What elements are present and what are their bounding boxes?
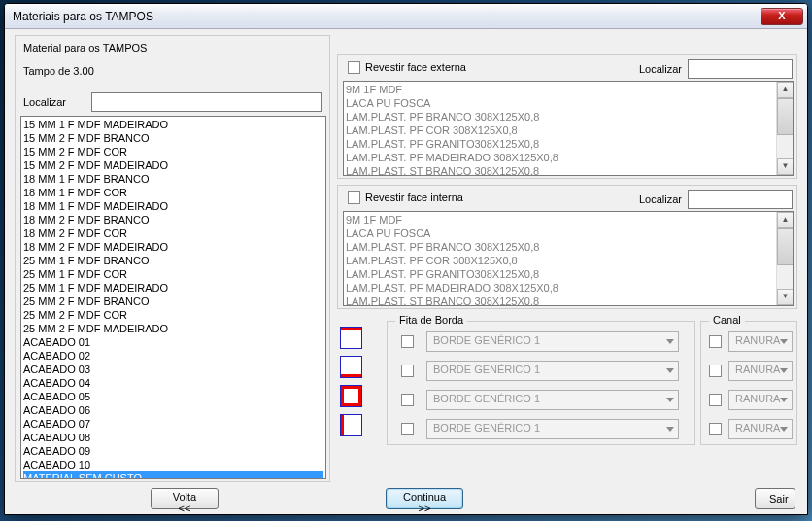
canal-checkbox[interactable] [709,394,722,406]
list-item[interactable]: LAM.PLAST. PF COR 308X125X0,8 [346,123,791,137]
fita-combo[interactable]: BORDE GENÉRICO 1 [426,390,679,410]
list-item[interactable]: LAM.PLAST. PF MADEIRADO 308X125X0,8 [346,281,791,295]
edge-swatch-left[interactable] [340,414,362,436]
list-item[interactable]: ACABADO 09 [23,444,323,458]
panel-fita-borda: Fita de Borda BORDE GENÉRICO 1BORDE GENÉ… [387,321,695,445]
list-item[interactable]: 15 MM 2 F MDF MADEIRADO [23,158,323,172]
localizar-input-ext[interactable] [688,59,793,79]
localizar-input-int[interactable] [688,190,793,209]
fita-checkbox[interactable] [401,394,414,406]
list-item[interactable]: ACABADO 07 [23,417,323,431]
list-item[interactable]: MATERIAL SEM CUSTO [23,471,323,479]
list-item[interactable]: 9M 1F MDF [346,83,791,96]
list-revestimento-interno[interactable]: 9M 1F MDFLACA PU FOSCALAM.PLAST. PF BRAN… [343,211,794,306]
label-revestir-externa: Revestir face externa [365,61,466,73]
list-item[interactable]: LACA PU FOSCA [346,226,791,240]
localizar-label-int: Localizar [639,193,682,205]
checkbox-revestir-interna[interactable] [348,191,360,204]
list-item[interactable]: 18 MM 2 F MDF MADEIRADO [23,240,323,254]
list-item[interactable]: LAM.PLAST. PF MADEIRADO 308X125X0,8 [346,151,791,164]
list-item[interactable]: LACA PU FOSCA [346,96,791,110]
list-item[interactable]: 15 MM 2 F MDF COR [23,145,323,158]
list-item[interactable]: ACABADO 04 [23,376,323,390]
edge-swatch-bottom[interactable] [340,356,362,378]
scrollbar-ext[interactable]: ▲ ▼ [776,82,793,175]
list-item[interactable]: 18 MM 1 F MDF COR [23,186,323,199]
list-item[interactable]: 25 MM 2 F MDF BRANCO [23,295,323,308]
tampo-label: Tampo de 3.00 [23,65,94,77]
sair-button[interactable]: Sair [755,488,795,509]
list-item[interactable]: ACABADO 08 [23,431,323,444]
scroll-up-icon[interactable]: ▲ [777,212,794,228]
label-revestir-interna: Revestir face interna [365,191,463,203]
list-revestimento-externo[interactable]: 9M 1F MDFLACA PU FOSCALAM.PLAST. PF BRAN… [343,81,794,176]
canal-combo[interactable]: RANURA [728,361,793,381]
scroll-thumb[interactable] [777,98,794,135]
fita-checkbox[interactable] [401,335,414,348]
list-item[interactable]: LAM.PLAST. ST BRANCO 308X125X0,8 [346,295,791,306]
fita-combo[interactable]: BORDE GENÉRICO 1 [426,331,679,352]
canal-checkbox[interactable] [709,335,722,348]
list-item[interactable]: ACABADO 02 [23,349,323,363]
checkbox-revestir-externa[interactable] [348,61,360,74]
canal-combo[interactable]: RANURA [728,390,793,410]
list-item[interactable]: 18 MM 2 F MDF BRANCO [23,213,323,226]
list-item[interactable]: LAM.PLAST. ST BRANCO 308X125X0,8 [346,164,791,176]
edge-swatch-all[interactable] [340,385,362,407]
edge-swatch-top[interactable] [340,327,362,349]
list-item[interactable]: 15 MM 1 F MDF MADEIRADO [23,118,323,131]
panel-canal: Canal RANURARANURARANURARANURA [700,321,797,445]
list-item[interactable]: ACABADO 01 [23,335,323,349]
continua-button[interactable]: Continua >> [386,488,463,509]
list-item[interactable]: ACABADO 03 [23,363,323,376]
list-item[interactable]: ACABADO 10 [23,458,323,471]
fita-combo[interactable]: BORDE GENÉRICO 1 [426,419,679,439]
materials-listbox[interactable]: 15 MM 1 F MDF MADEIRADO15 MM 2 F MDF BRA… [20,116,326,479]
dialog-body: Material para os TAMPOS Tampo de 3.00 Lo… [5,29,807,514]
canal-checkbox[interactable] [709,365,722,377]
titlebar[interactable]: Materiais para os TAMPOS X [5,4,807,29]
list-item[interactable]: ACABADO 05 [23,390,323,403]
list-item[interactable]: 25 MM 2 F MDF MADEIRADO [23,322,323,335]
list-item[interactable]: LAM.PLAST. PF GRANITO308X125X0,8 [346,267,791,281]
list-item[interactable]: 15 MM 2 F MDF BRANCO [23,131,323,145]
list-item[interactable]: 9M 1F MDF [346,213,791,226]
list-item[interactable]: LAM.PLAST. PF BRANCO 308X125X0,8 [346,110,791,123]
fita-checkbox[interactable] [401,423,414,435]
group-label-canal: Canal [709,314,745,326]
edge-thumbnails [340,327,384,445]
close-icon[interactable]: X [761,8,803,25]
list-item[interactable]: 18 MM 2 F MDF COR [23,226,323,240]
localizar-input-left[interactable] [91,92,322,112]
scroll-up-icon[interactable]: ▲ [777,82,794,98]
scroll-thumb[interactable] [777,228,794,265]
localizar-label-left: Localizar [23,96,66,108]
panel-revestimento-interno: Revestir face interna Localizar 9M 1F MD… [337,185,797,309]
localizar-label-ext: Localizar [639,63,682,75]
scrollbar-int[interactable]: ▲ ▼ [776,212,793,305]
fita-checkbox[interactable] [401,365,414,377]
list-item[interactable]: LAM.PLAST. PF COR 308X125X0,8 [346,254,791,267]
heading-material: Material para os TAMPOS [23,42,147,53]
panel-material: Material para os TAMPOS Tampo de 3.00 Lo… [15,35,330,482]
fita-combo[interactable]: BORDE GENÉRICO 1 [426,361,679,381]
list-item[interactable]: 25 MM 1 F MDF MADEIRADO [23,281,323,295]
group-label-fita: Fita de Borda [395,314,467,326]
list-item[interactable]: 25 MM 1 F MDF COR [23,267,323,281]
dialog-window: Materiais para os TAMPOS X Material para… [4,3,808,515]
panel-revestimento-externo: Revestir face externa Localizar 9M 1F MD… [337,54,797,179]
list-item[interactable]: 18 MM 1 F MDF MADEIRADO [23,199,323,213]
scroll-down-icon[interactable]: ▼ [777,158,794,175]
canal-checkbox[interactable] [709,423,722,435]
list-item[interactable]: LAM.PLAST. PF GRANITO308X125X0,8 [346,137,791,151]
list-item[interactable]: LAM.PLAST. PF BRANCO 308X125X0,8 [346,240,791,254]
canal-combo[interactable]: RANURA [728,331,793,352]
list-item[interactable]: 25 MM 2 F MDF COR [23,308,323,322]
canal-combo[interactable]: RANURA [728,419,793,439]
list-item[interactable]: 18 MM 1 F MDF BRANCO [23,172,323,186]
list-item[interactable]: ACABADO 06 [23,403,323,417]
list-item[interactable]: 25 MM 1 F MDF BRANCO [23,254,323,267]
volta-button[interactable]: Volta << [151,488,219,509]
scroll-down-icon[interactable]: ▼ [777,289,794,305]
window-title: Materiais para os TAMPOS [13,10,761,23]
